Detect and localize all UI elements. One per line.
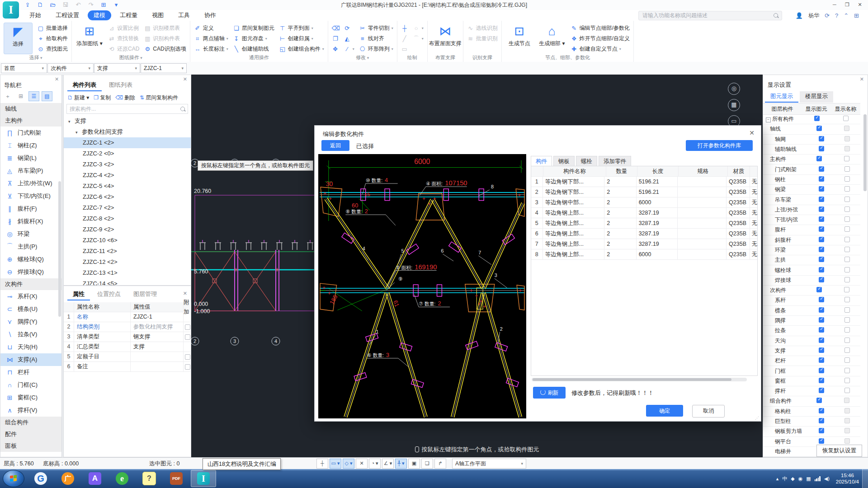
tab-图元显示[interactable]: 图元显示 <box>765 91 798 103</box>
tree-node-ZJZC-3 <2>[interactable]: ZJZC-3 <2> <box>64 159 191 170</box>
show-element-checkbox[interactable] <box>819 428 824 433</box>
nav-item-焊接球(Q)[interactable]: ⊖焊接球(Q) <box>0 266 61 278</box>
tree-node-ZJZC-14 <5>[interactable]: ZJZC-14 <5> <box>64 278 191 285</box>
tree-node-参数化柱间支撑[interactable]: ▾参数化柱间支撑 <box>64 127 191 137</box>
tab-图纸列表[interactable]: 图纸列表 <box>104 80 138 91</box>
list-view-icon[interactable]: ☰ <box>28 91 39 101</box>
cancel-button[interactable]: 取消 <box>692 405 725 418</box>
nav-item-腹杆(F)[interactable]: ∥腹杆(F) <box>0 202 61 215</box>
circle-mode-button[interactable]: ◔ ▾ <box>369 459 381 469</box>
expand-toggle[interactable]: − <box>766 117 771 122</box>
reset-defaults-button[interactable]: 恢复默认设置 <box>816 445 862 457</box>
nav-item-环梁[interactable]: ◎环梁 <box>0 228 61 240</box>
tree-node-ZJZC-11 <2>[interactable]: ZJZC-11 <2> <box>64 246 191 257</box>
resize-grip[interactable]: ⋰ <box>755 416 759 420</box>
nav-item-天沟(H)[interactable]: ⊔天沟(H) <box>0 341 61 353</box>
button-创建归属[interactable]: ⊢创建归属▾ <box>279 34 324 43</box>
user-name[interactable]: 杨华 <box>808 12 819 19</box>
menu-tab-工程设置[interactable]: 工程设置 <box>50 10 85 20</box>
nav-item-门式刚架[interactable]: ∏门式刚架 <box>0 127 61 139</box>
tree-node-ZJZC-5 <4>[interactable]: ZJZC-5 <4> <box>64 181 191 192</box>
button-布置屋面支撑[interactable]: ⋈布置屋面支撑 <box>431 23 459 54</box>
button-offset[interactable]: ∕▾ <box>344 44 354 54</box>
attach-checkbox[interactable] <box>185 334 190 340</box>
button-创建自定义节点[interactable]: ✚创建自定义节点▾ <box>571 44 630 54</box>
ok-button[interactable]: 确定 <box>646 405 683 417</box>
maximize-icon[interactable]: ❐ <box>841 0 854 9</box>
tree-node-ZJZC-2 <0>[interactable]: ZJZC-2 <0> <box>64 148 191 159</box>
show-element-checkbox[interactable] <box>819 327 824 333</box>
show-name-checkbox[interactable] <box>844 237 850 242</box>
show-name-checkbox[interactable] <box>844 347 850 353</box>
table-row[interactable]: 4等边角钢上部...23287.19Q235B无 <box>531 208 757 218</box>
show-element-checkbox[interactable] <box>819 307 824 313</box>
show-element-checkbox[interactable] <box>819 206 824 212</box>
close-icon[interactable]: ✕ <box>55 76 59 82</box>
context-combo-2[interactable]: 支撑▾ <box>94 63 140 73</box>
button-定义[interactable]: ✐定义 <box>194 23 228 33</box>
table-row[interactable]: 3等边角钢中部...26000Q235B无 <box>531 197 757 208</box>
attach-checkbox[interactable] <box>185 354 190 360</box>
parametric-preview[interactable]: 600030⑩ 数量:4④ 面积:10715081560⑧ 数量:24567⑨⑤… <box>318 154 526 418</box>
attach-checkbox[interactable] <box>185 324 190 330</box>
nav-item-上弦/外弦(W)[interactable]: ⊼上弦/外弦(W) <box>0 177 61 190</box>
tree-node-ZJZC-7 <2>[interactable]: ZJZC-7 <2> <box>64 202 191 213</box>
frame-mode-button[interactable]: ▣ <box>408 459 420 469</box>
show-name-checkbox[interactable] <box>844 197 850 202</box>
show-element-checkbox[interactable] <box>819 347 824 353</box>
show-element-checkbox[interactable] <box>819 257 824 262</box>
tray-app-icon[interactable]: ▦ <box>806 476 811 482</box>
show-element-checkbox[interactable] <box>816 126 822 131</box>
ime-icon[interactable]: 中 <box>782 475 787 482</box>
nav-item-拉条(V)[interactable]: ∖拉条(V) <box>0 328 61 341</box>
table-row[interactable]: 6等边角钢上部...23287.19Q235B无 <box>531 229 757 239</box>
show-name-checkbox[interactable] <box>844 216 850 222</box>
show-element-checkbox[interactable] <box>819 368 824 373</box>
tree-node-ZJZC-4 <2>[interactable]: ZJZC-4 <2> <box>64 170 191 181</box>
workplane-combo[interactable]: A轴工作平面▾ <box>452 459 526 469</box>
nav-item-主拱(P)[interactable]: ⌒主拱(P) <box>0 240 61 253</box>
taskbar-browser-e[interactable]: e <box>109 470 135 487</box>
button-draw-point[interactable]: ┼ <box>401 23 408 33</box>
app-logo-icon[interactable]: I <box>3 1 19 19</box>
context-combo-0[interactable]: 首层▾ <box>1 63 47 73</box>
show-element-checkbox[interactable] <box>819 186 824 192</box>
frame-view-icon[interactable]: ⊞ <box>15 91 26 101</box>
nav-item-窗框(C)[interactable]: ⊞窗框(C) <box>0 391 61 404</box>
nav-item-栏杆[interactable]: ⊓栏杆 <box>0 366 61 379</box>
table-row[interactable]: 2等边角钢下部...25196.21Q235B无 <box>531 187 757 197</box>
show-element-checkbox[interactable] <box>819 438 824 444</box>
tree-node-ZJZC-1 <2>[interactable]: ZJZC-1 <2> <box>64 137 191 148</box>
show-element-checkbox[interactable] <box>819 136 824 141</box>
apps-grid-icon[interactable]: ⊞ <box>854 12 859 19</box>
show-name-checkbox[interactable] <box>844 257 850 262</box>
menu-tab-工程量[interactable]: 工程量 <box>114 10 143 20</box>
button-delete[interactable]: ⌫ <box>332 23 339 33</box>
button-创建组合构件[interactable]: ◱创建组合构件▾ <box>279 44 324 54</box>
nav-item-门框(C)[interactable]: ∩门框(C) <box>0 379 61 391</box>
nav-item-斜腹杆(X)[interactable]: ∦斜腹杆(X) <box>0 215 61 228</box>
tree-node-ZJZC-9 <2>[interactable]: ZJZC-9 <2> <box>64 224 191 235</box>
show-element-checkbox[interactable] <box>819 247 824 252</box>
show-element-checkbox[interactable] <box>819 378 824 383</box>
toolbar-复制[interactable]: ❐复制 <box>94 94 111 102</box>
taskbar-pdf-reader[interactable]: PDF <box>164 470 189 487</box>
button-炸开节点细部/自定义[interactable]: ❖炸开节点细部/自定义 <box>571 34 630 43</box>
show-element-checkbox[interactable] <box>819 237 824 242</box>
view-compass-icon[interactable]: ◎ <box>728 83 740 95</box>
tab-楼层显示[interactable]: 楼层显示 <box>800 91 833 103</box>
button-编辑节点细部/参数化[interactable]: ✎编辑节点细部/参数化 <box>571 23 630 33</box>
button-生成细部[interactable]: ⌂生成细部 ▾ <box>538 23 566 54</box>
tree-node-ZJZC-13 <1>[interactable]: ZJZC-13 <1> <box>64 267 191 278</box>
snap-settings-button[interactable]: ╀ ▾ <box>395 459 407 469</box>
show-element-checkbox[interactable] <box>819 216 824 222</box>
tree-node-ZJZC-10 <6>[interactable]: ZJZC-10 <6> <box>64 235 191 246</box>
clock[interactable]: 15:46 2025/10/4 <box>833 472 862 485</box>
button-move[interactable]: ✥ <box>332 44 339 54</box>
help-icon[interactable]: ? <box>835 12 838 19</box>
nav-item-螺栓球(Q)[interactable]: ⊕螺栓球(Q) <box>0 253 61 266</box>
show-name-checkbox[interactable] <box>844 307 850 313</box>
context-combo-3[interactable]: ZJZC-1▾ <box>141 63 187 73</box>
button-copy[interactable]: ❐ <box>332 34 339 43</box>
button-拾取构件[interactable]: ⌖拾取构件 <box>37 34 68 43</box>
